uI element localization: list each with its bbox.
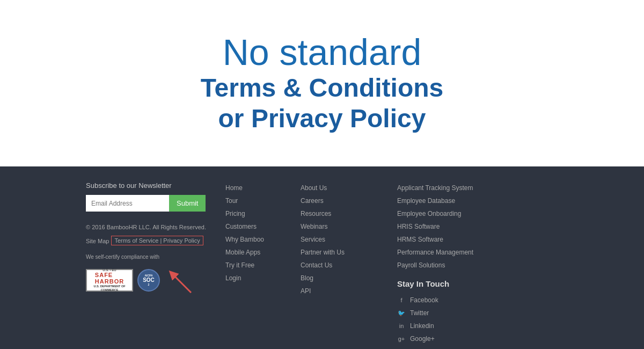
nav-link[interactable]: Webinars — [301, 220, 397, 233]
terms-link[interactable]: Terms of Service | Privacy Policy — [111, 236, 203, 245]
soc-badge: AICPA SOC 2 — [137, 269, 160, 292]
social-link-linkedin[interactable]: inLinkedin — [397, 319, 521, 332]
linkedin-icon: in — [397, 322, 406, 330]
nav-link[interactable]: About Us — [301, 181, 397, 194]
hero-section: No standard Terms & Conditions or Privac… — [0, 0, 644, 166]
google+-icon: g+ — [397, 335, 406, 343]
nav-link[interactable]: Mobile Apps — [225, 246, 301, 259]
email-input[interactable] — [86, 195, 169, 212]
hero-line1: No standard — [223, 32, 421, 72]
newsletter-title: Subscribe to our Newsletter — [86, 181, 215, 190]
newsletter-form: Submit — [86, 195, 215, 212]
stay-in-touch-title: Stay In Touch — [397, 279, 521, 288]
nav-link[interactable]: Services — [301, 233, 397, 246]
arrow-container — [164, 263, 196, 297]
nav-link[interactable]: Applicant Tracking System — [397, 181, 521, 194]
badges-container: U.S. • EU SAFEHARBOR U.S. DEPARTMENT OF … — [86, 263, 215, 297]
sitemap-link[interactable]: Site Map — [86, 236, 109, 246]
twitter-icon: 🐦 — [397, 309, 406, 317]
nav-link[interactable]: API — [301, 285, 397, 297]
nav-link[interactable]: Payroll Solutions — [397, 259, 521, 272]
footer: Subscribe to our Newsletter Submit © 201… — [0, 166, 644, 349]
social-link-twitter[interactable]: 🐦Twitter — [397, 307, 521, 319]
nav-link[interactable]: HRIS Software — [397, 220, 521, 233]
submit-button[interactable]: Submit — [169, 195, 206, 212]
social-link-facebook[interactable]: fFacebook — [397, 294, 521, 307]
hero-line3: or Privacy Policy — [218, 103, 426, 134]
safeharbor-badge: U.S. • EU SAFEHARBOR U.S. DEPARTMENT OF … — [86, 269, 133, 292]
nav-link[interactable]: Performance Management — [397, 246, 521, 259]
facebook-icon: f — [397, 296, 406, 304]
nav-link[interactable]: Why Bamboo — [225, 233, 301, 246]
nav-link[interactable]: Customers — [225, 220, 301, 233]
newsletter-column: Subscribe to our Newsletter Submit © 201… — [86, 181, 215, 338]
nav-link[interactable]: Careers — [301, 194, 397, 207]
nav-link[interactable]: Employee Onboarding — [397, 207, 521, 220]
self-certify-text: We self-certify compliance with — [86, 254, 215, 260]
nav-link[interactable]: Blog — [301, 272, 397, 285]
nav-column-3: Applicant Tracking SystemEmployee Databa… — [397, 181, 521, 338]
copyright-text: © 2016 BambooHR LLC. All Rights Reserved… — [86, 222, 215, 232]
nav-link[interactable]: Login — [225, 272, 301, 285]
red-arrow-icon — [164, 263, 196, 295]
nav-link[interactable]: Contact Us — [301, 259, 397, 272]
nav-link[interactable]: Try it Free — [225, 259, 301, 272]
nav-column-2: About UsCareersResourcesWebinarsServices… — [301, 181, 397, 338]
svg-line-1 — [172, 274, 191, 293]
nav-link[interactable]: Home — [225, 181, 301, 194]
nav-link[interactable]: Resources — [301, 207, 397, 220]
nav-link[interactable]: Employee Database — [397, 194, 521, 207]
nav-column-1: HomeTourPricingCustomersWhy BambooMobile… — [215, 181, 301, 338]
hero-line2: Terms & Conditions — [201, 72, 443, 104]
nav-link[interactable]: Tour — [225, 194, 301, 207]
nav-link[interactable]: HRMS Software — [397, 233, 521, 246]
nav-link[interactable]: Pricing — [225, 207, 301, 220]
social-link-googleplus[interactable]: g+Google+ — [397, 332, 521, 345]
nav-link[interactable]: Partner with Us — [301, 246, 397, 259]
